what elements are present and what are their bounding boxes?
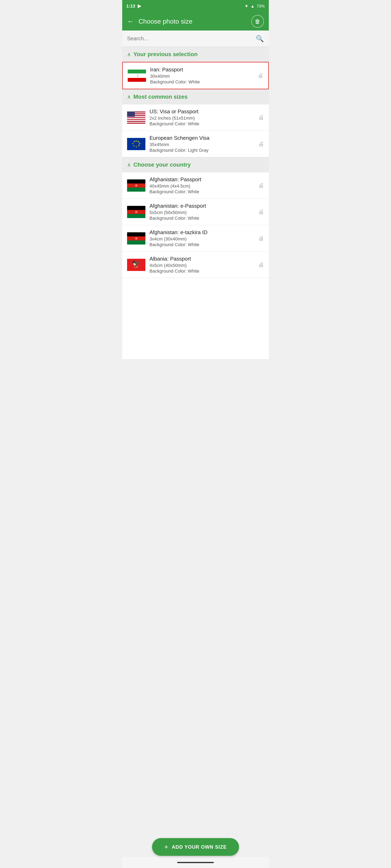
plus-icon: + xyxy=(164,843,169,851)
print-icon: 🖨 xyxy=(258,72,263,79)
page-title: Choose photo size xyxy=(138,18,192,25)
previous-selection-header: ∧ Your previous selection xyxy=(122,47,269,62)
most-common-header: ∧ Most common sizes xyxy=(122,89,269,104)
add-btn-label: ADD YOUR OWN SIZE xyxy=(172,844,227,850)
choose-country-title: Choose your country xyxy=(133,161,191,168)
list-item[interactable]: ★ ★ ★ ★ ★ ★ ★ ★ ★ ★ ★ ★ European Schenge… xyxy=(122,131,269,157)
list-item[interactable]: ☽ Iran: Passport 30x40mm Background Colo… xyxy=(122,62,269,89)
item-name: European Schengen Visa xyxy=(149,135,254,141)
scroll-spacer xyxy=(122,278,269,360)
print-icon: 🖨 xyxy=(258,182,264,189)
list-item[interactable]: ⚙ Afghanistan: e-tazkira ID 3x4cm (30x40… xyxy=(122,225,269,252)
item-name: US: Visa or Passport xyxy=(149,108,254,115)
item-bg: Background Color: White xyxy=(150,79,254,85)
svg-text:★: ★ xyxy=(133,145,135,147)
item-size: 35x45mm xyxy=(149,142,254,147)
add-btn-container: + ADD YOUR OWN SIZE xyxy=(152,838,239,856)
status-left: 1:13 ▶ xyxy=(126,3,141,9)
svg-text:★: ★ xyxy=(137,141,138,142)
item-info: Albania: Passport 4x5cm (40x50mm) Backgr… xyxy=(149,256,254,274)
search-bar: 🔍 xyxy=(122,31,269,47)
item-bg: Background Color: White xyxy=(149,216,254,221)
nav-indicator xyxy=(177,862,214,863)
svg-text:★: ★ xyxy=(132,143,134,145)
iran-flag-mid: ☽ xyxy=(128,73,146,78)
app-bar-left: ← Choose photo size xyxy=(127,17,192,26)
item-size: 4x5cm (40x50mm) xyxy=(149,263,254,268)
svg-text:★: ★ xyxy=(135,146,137,148)
list-item[interactable]: US: Visa or Passport 2x2 inches (51x51mm… xyxy=(122,104,269,131)
item-bg: Background Color: Light Gray xyxy=(149,148,254,153)
most-common-title: Most common sizes xyxy=(133,94,188,100)
eu-flag: ★ ★ ★ ★ ★ ★ ★ ★ ★ ★ ★ ★ xyxy=(127,138,145,150)
list-item[interactable]: 🦅 Albania: Passport 4x5cm (40x50mm) Back… xyxy=(122,252,269,278)
signal-icon: ▲ xyxy=(250,4,255,8)
youtube-icon: ▶ xyxy=(138,3,141,9)
battery-status: 73% xyxy=(257,4,265,8)
eu-flag-svg: ★ ★ ★ ★ ★ ★ ★ ★ ★ ★ ★ ★ xyxy=(127,138,145,150)
search-icon: 🔍 xyxy=(256,35,264,42)
item-name: Albania: Passport xyxy=(149,256,254,262)
item-bg: Background Color: White xyxy=(149,121,254,127)
status-time: 1:13 xyxy=(126,3,135,9)
item-info: Afghanistan: e-tazkira ID 3x4cm (30x40mm… xyxy=(149,229,254,247)
print-icon: 🖨 xyxy=(258,114,264,121)
svg-text:★: ★ xyxy=(138,142,140,144)
print-icon: 🖨 xyxy=(258,141,264,147)
iran-flag: ☽ xyxy=(128,69,146,82)
svg-text:★: ★ xyxy=(138,144,140,146)
add-own-size-button[interactable]: + ADD YOUR OWN SIZE xyxy=(152,838,239,856)
iran-flag-bot xyxy=(128,78,146,82)
alb-flag: 🦅 xyxy=(127,259,145,271)
print-icon: 🖨 xyxy=(258,261,264,268)
chevron-up-icon-2: ∧ xyxy=(127,94,131,100)
item-info: Iran: Passport 30x40mm Background Color:… xyxy=(150,66,254,85)
item-name: Afghanistan: Passport xyxy=(149,176,254,183)
print-icon: 🖨 xyxy=(258,235,264,242)
item-info: Afghanistan: e-Passport 5x5cm (50x50mm) … xyxy=(149,203,254,221)
albania-flag-svg: 🦅 xyxy=(127,259,145,271)
item-size: 40x45mm (4x4.5cm) xyxy=(149,184,254,189)
item-name: Iran: Passport xyxy=(150,66,254,73)
item-bg: Background Color: White xyxy=(149,242,254,247)
chevron-up-icon: ∧ xyxy=(127,51,131,58)
nav-bar xyxy=(122,857,269,868)
iran-emblem: ☽ xyxy=(135,73,138,78)
item-info: US: Visa or Passport 2x2 inches (51x51mm… xyxy=(149,108,254,127)
search-input[interactable] xyxy=(127,35,256,42)
us-flag xyxy=(127,112,145,124)
item-size: 5x5cm (50x50mm) xyxy=(149,210,254,215)
back-button[interactable]: ← xyxy=(127,17,134,26)
item-size: 30x40mm xyxy=(150,74,254,79)
item-size: 2x2 inches (51x51mm) xyxy=(149,116,254,121)
afg-flag-1: ⚙ xyxy=(127,179,145,192)
print-icon: 🖨 xyxy=(258,209,264,215)
trash-icon: 🗑 xyxy=(255,18,260,25)
us-flag-canton xyxy=(127,112,135,117)
app-bar: ← Choose photo size 🗑 xyxy=(122,12,269,31)
item-info: European Schengen Visa 35x45mm Backgroun… xyxy=(149,135,254,153)
list-item[interactable]: ⚙ Afghanistan: e-Passport 5x5cm (50x50mm… xyxy=(122,199,269,225)
list-item[interactable]: ⚙ Afghanistan: Passport 40x45mm (4x4.5cm… xyxy=(122,172,269,199)
previous-selection-title: Your previous selection xyxy=(133,51,198,58)
item-bg: Background Color: White xyxy=(149,189,254,194)
svg-text:★: ★ xyxy=(134,141,136,142)
trash-button[interactable]: 🗑 xyxy=(251,15,264,28)
item-name: Afghanistan: e-tazkira ID xyxy=(149,229,254,236)
svg-text:🦅: 🦅 xyxy=(132,259,141,268)
wifi-icon: ▼ xyxy=(244,4,248,8)
iran-flag-top xyxy=(128,69,146,73)
item-info: Afghanistan: Passport 40x45mm (4x4.5cm) … xyxy=(149,176,254,194)
afg-flag-3: ⚙ xyxy=(127,232,145,245)
chevron-up-icon-3: ∧ xyxy=(127,162,131,168)
item-bg: Background Color: White xyxy=(149,269,254,274)
item-name: Afghanistan: e-Passport xyxy=(149,203,254,209)
status-bar: 1:13 ▶ ▼ ▲ 73% xyxy=(122,0,269,12)
item-size: 3x4cm (30x40mm) xyxy=(149,237,254,242)
status-right: ▼ ▲ 73% xyxy=(244,4,265,8)
choose-country-header: ∧ Choose your country xyxy=(122,157,269,172)
afg-flag-2: ⚙ xyxy=(127,206,145,218)
